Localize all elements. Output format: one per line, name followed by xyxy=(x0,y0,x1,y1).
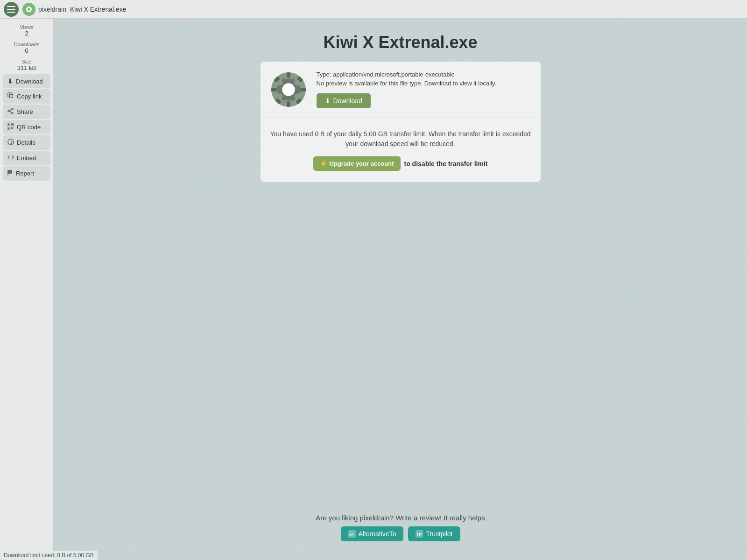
details-icon: ? xyxy=(7,139,14,147)
trustpilot-button[interactable]: TP Trustpilot xyxy=(408,526,460,541)
svg-text:AT: AT xyxy=(349,532,354,537)
lightning-icon: ⚡ xyxy=(320,160,327,167)
status-bar: Download limit used: 0 B of 5.00 GB xyxy=(0,551,98,560)
views-stat: Views 2 xyxy=(3,22,50,39)
transfer-limit-suffix: to disable the transfer limit xyxy=(404,160,488,168)
svg-rect-12 xyxy=(8,124,9,125)
report-icon xyxy=(7,169,13,177)
sidebar-report-button[interactable]: Report xyxy=(3,166,50,181)
sidebar-report-label: Report xyxy=(16,170,34,177)
review-section: Are you liking pixeldrain? Write a revie… xyxy=(63,495,738,551)
file-type-text: Type: application/vnd.microsoft.portable… xyxy=(317,71,531,78)
views-value: 2 xyxy=(3,30,50,37)
sidebar-details-label: Details xyxy=(17,139,35,146)
topbar-filename: Kiwi X Extrenal.exe xyxy=(70,6,127,13)
review-buttons: AT AlternativeTo TP Trustpilot xyxy=(72,526,728,541)
svg-rect-28 xyxy=(300,88,306,91)
qrcode-icon xyxy=(7,123,14,131)
size-stat: Size 311 kB xyxy=(3,57,50,73)
svg-line-9 xyxy=(9,110,11,112)
status-text: Download limit used: 0 B of 5.00 GB xyxy=(4,552,94,559)
svg-point-4 xyxy=(28,8,30,11)
sidebar-details-button[interactable]: ? Details xyxy=(3,135,50,150)
main-content: Kiwi X Extrenal.exe xyxy=(54,19,747,560)
svg-rect-16 xyxy=(8,128,9,129)
svg-point-7 xyxy=(12,112,14,114)
svg-rect-26 xyxy=(287,101,290,107)
svg-rect-1 xyxy=(7,9,15,10)
topbar-logo[interactable]: pixeldrain xyxy=(22,3,66,16)
svg-rect-14 xyxy=(12,124,14,125)
file-type-icon xyxy=(270,71,307,108)
sidebar-download-label: Download xyxy=(16,78,43,85)
download-arrow-icon: ⬇ xyxy=(325,97,331,105)
downloads-value: 0 xyxy=(3,47,50,54)
svg-rect-5 xyxy=(9,94,13,98)
transfer-message: You have used 0 B of your daily 5.00 GB … xyxy=(270,129,531,149)
alternativeto-button[interactable]: AT AlternativeTo xyxy=(341,526,404,541)
sidebar-embed-label: Embed xyxy=(17,154,36,161)
logo-icon xyxy=(22,3,35,16)
topbar: pixeldrain Kiwi X Extrenal.exe xyxy=(0,0,747,19)
svg-rect-25 xyxy=(287,72,290,78)
embed-icon xyxy=(7,154,14,162)
layout: Views 2 Downloads 0 Size 311 kB ⬇ Downlo… xyxy=(0,19,747,560)
main-download-button[interactable]: ⬇ Download xyxy=(317,93,371,108)
sidebar-copy-link-label: Copy link xyxy=(17,93,42,100)
sidebar: Views 2 Downloads 0 Size 311 kB ⬇ Downlo… xyxy=(0,19,54,560)
share-icon xyxy=(7,108,14,116)
svg-line-10 xyxy=(9,111,11,113)
upgrade-btn-label: Upgrade your account xyxy=(330,160,394,167)
menu-button[interactable] xyxy=(4,2,19,17)
logo-text: pixeldrain xyxy=(38,6,66,13)
svg-rect-17 xyxy=(11,127,12,128)
sidebar-qrcode-label: QR code xyxy=(17,124,41,131)
size-label: Size xyxy=(3,59,50,64)
svg-rect-0 xyxy=(7,6,15,7)
review-text: Are you liking pixeldrain? Write a revie… xyxy=(72,514,728,522)
content-cards: Type: application/vnd.microsoft.portable… xyxy=(261,62,541,182)
sidebar-share-label: Share xyxy=(17,108,33,115)
sidebar-qrcode-button[interactable]: QR code xyxy=(3,120,50,134)
svg-rect-20 xyxy=(13,128,14,129)
trustpilot-label: Trustpilot xyxy=(426,530,452,538)
alternativeto-label: AlternativeTo xyxy=(359,530,396,538)
download-btn-label: Download xyxy=(333,97,362,105)
svg-rect-19 xyxy=(11,128,12,129)
file-card: Type: application/vnd.microsoft.portable… xyxy=(261,62,541,118)
svg-text:TP: TP xyxy=(416,532,422,537)
views-label: Views xyxy=(3,24,50,30)
file-icon-container xyxy=(270,71,307,108)
svg-rect-18 xyxy=(13,127,14,128)
downloads-label: Downloads xyxy=(3,42,50,47)
svg-rect-2 xyxy=(7,12,15,13)
sidebar-copy-link-button[interactable]: Copy link xyxy=(3,89,50,104)
upgrade-button[interactable]: ⚡ Upgrade your account xyxy=(313,156,401,171)
no-preview-text: No preview is available for this file ty… xyxy=(317,80,531,87)
alternativeto-logo-icon: AT xyxy=(348,530,356,538)
file-info: Type: application/vnd.microsoft.portable… xyxy=(317,71,531,108)
sidebar-embed-button[interactable]: Embed xyxy=(3,151,50,165)
transfer-card: You have used 0 B of your daily 5.00 GB … xyxy=(261,118,541,182)
svg-point-33 xyxy=(282,83,295,96)
transfer-actions: ⚡ Upgrade your account to disable the tr… xyxy=(270,156,531,171)
copy-link-icon xyxy=(7,92,14,100)
svg-point-6 xyxy=(12,108,14,110)
svg-point-8 xyxy=(8,110,10,112)
downloads-stat: Downloads 0 xyxy=(3,40,50,56)
svg-rect-27 xyxy=(271,88,276,91)
sidebar-share-button[interactable]: Share xyxy=(3,105,50,119)
size-value: 311 kB xyxy=(3,64,50,71)
svg-text:?: ? xyxy=(10,140,13,145)
trustpilot-logo-icon: TP xyxy=(416,530,423,538)
file-title: Kiwi X Extrenal.exe xyxy=(323,33,477,52)
download-icon: ⬇ xyxy=(7,77,13,85)
sidebar-download-button[interactable]: ⬇ Download xyxy=(3,74,50,88)
